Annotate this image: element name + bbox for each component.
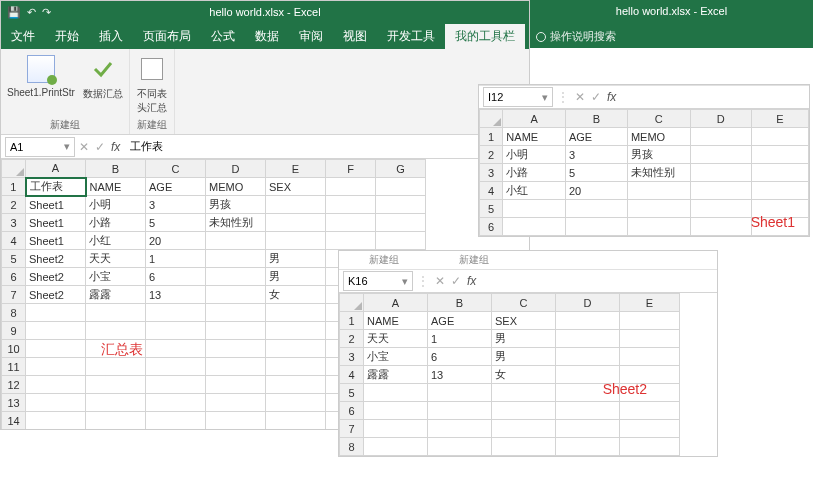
cell[interactable] bbox=[376, 196, 426, 214]
cell[interactable]: 小红 bbox=[503, 182, 566, 200]
cell[interactable] bbox=[26, 340, 86, 358]
cell[interactable] bbox=[556, 438, 620, 456]
cell[interactable]: AGE bbox=[428, 312, 492, 330]
cell[interactable] bbox=[556, 384, 620, 402]
cell[interactable]: Sheet2 bbox=[26, 286, 86, 304]
cell[interactable] bbox=[326, 232, 376, 250]
cell[interactable] bbox=[690, 218, 751, 236]
cell[interactable] bbox=[556, 366, 620, 384]
cell[interactable]: 露露 bbox=[364, 366, 428, 384]
cell[interactable] bbox=[690, 164, 751, 182]
name-box[interactable]: A1 ▾ bbox=[5, 137, 75, 157]
row-header[interactable]: 5 bbox=[340, 384, 364, 402]
cell[interactable] bbox=[364, 384, 428, 402]
cancel-icon[interactable]: ✕ bbox=[435, 274, 445, 288]
cell[interactable]: Sheet1 bbox=[26, 196, 86, 214]
cell[interactable]: 小宝 bbox=[86, 268, 146, 286]
cell[interactable] bbox=[620, 348, 680, 366]
cell[interactable] bbox=[751, 200, 808, 218]
row-header[interactable]: 3 bbox=[480, 164, 503, 182]
cell[interactable] bbox=[364, 420, 428, 438]
row-header[interactable]: 3 bbox=[2, 214, 26, 232]
cell[interactable] bbox=[620, 312, 680, 330]
cell[interactable] bbox=[690, 182, 751, 200]
cell[interactable] bbox=[266, 196, 326, 214]
row-header[interactable]: 6 bbox=[340, 402, 364, 420]
cell[interactable] bbox=[26, 358, 86, 376]
tab-文件[interactable]: 文件 bbox=[1, 24, 45, 49]
cell[interactable] bbox=[620, 420, 680, 438]
cell[interactable] bbox=[751, 164, 808, 182]
cell[interactable] bbox=[326, 196, 376, 214]
cell[interactable]: 5 bbox=[565, 164, 627, 182]
tab-视图[interactable]: 视图 bbox=[333, 24, 377, 49]
cell[interactable]: 13 bbox=[428, 366, 492, 384]
cell[interactable]: 女 bbox=[266, 286, 326, 304]
col-D[interactable]: D bbox=[556, 294, 620, 312]
chevron-down-icon[interactable]: ▾ bbox=[64, 140, 70, 153]
row-header[interactable]: 7 bbox=[340, 420, 364, 438]
cell[interactable] bbox=[620, 330, 680, 348]
row-header[interactable]: 12 bbox=[2, 376, 26, 394]
cell[interactable] bbox=[206, 286, 266, 304]
row-header[interactable]: 7 bbox=[2, 286, 26, 304]
cell[interactable] bbox=[206, 376, 266, 394]
cell[interactable] bbox=[428, 438, 492, 456]
col-G[interactable]: G bbox=[376, 160, 426, 178]
cell[interactable]: 6 bbox=[146, 268, 206, 286]
cell[interactable]: AGE bbox=[565, 128, 627, 146]
cell[interactable] bbox=[503, 200, 566, 218]
col-B[interactable]: B bbox=[428, 294, 492, 312]
cell[interactable]: 男孩 bbox=[627, 146, 690, 164]
cancel-icon[interactable]: ✕ bbox=[575, 90, 585, 104]
cell[interactable] bbox=[146, 376, 206, 394]
diff-header-button[interactable]: 不同表 头汇总 bbox=[136, 53, 168, 115]
cell[interactable] bbox=[146, 304, 206, 322]
tab-页面布局[interactable]: 页面布局 bbox=[133, 24, 201, 49]
col-B[interactable]: B bbox=[86, 160, 146, 178]
row-header[interactable]: 3 bbox=[340, 348, 364, 366]
row-header[interactable]: 5 bbox=[2, 250, 26, 268]
tell-me-search[interactable]: 操作说明搜索 bbox=[536, 29, 616, 48]
cell[interactable] bbox=[565, 200, 627, 218]
cell[interactable]: 小明 bbox=[503, 146, 566, 164]
cell[interactable]: 天天 bbox=[86, 250, 146, 268]
cell[interactable] bbox=[364, 402, 428, 420]
cell[interactable] bbox=[364, 438, 428, 456]
cell[interactable] bbox=[492, 438, 556, 456]
col-C[interactable]: C bbox=[146, 160, 206, 178]
summary-button[interactable]: 数据汇总 bbox=[83, 53, 123, 101]
cell[interactable] bbox=[627, 218, 690, 236]
cell[interactable] bbox=[206, 322, 266, 340]
cell[interactable]: 男 bbox=[266, 268, 326, 286]
row-header[interactable]: 5 bbox=[480, 200, 503, 218]
tab-数据[interactable]: 数据 bbox=[245, 24, 289, 49]
cell[interactable] bbox=[86, 322, 146, 340]
cell[interactable] bbox=[266, 358, 326, 376]
cell[interactable] bbox=[751, 128, 808, 146]
row-header[interactable]: 1 bbox=[480, 128, 503, 146]
col-C[interactable]: C bbox=[627, 110, 690, 128]
cell[interactable] bbox=[266, 232, 326, 250]
cell[interactable] bbox=[266, 304, 326, 322]
row-header[interactable]: 10 bbox=[2, 340, 26, 358]
cell[interactable] bbox=[376, 178, 426, 196]
row-header[interactable]: 4 bbox=[480, 182, 503, 200]
fx-icon[interactable]: fx bbox=[111, 140, 120, 154]
cell[interactable] bbox=[620, 402, 680, 420]
cell[interactable] bbox=[266, 322, 326, 340]
col-D[interactable]: D bbox=[206, 160, 266, 178]
cell[interactable]: 女 bbox=[492, 366, 556, 384]
tab-我的工具栏[interactable]: 我的工具栏 bbox=[445, 24, 525, 49]
cell[interactable]: 20 bbox=[146, 232, 206, 250]
cell[interactable] bbox=[206, 358, 266, 376]
enter-icon[interactable]: ✓ bbox=[95, 140, 105, 154]
cell[interactable]: 男 bbox=[492, 348, 556, 366]
col-E[interactable]: E bbox=[751, 110, 808, 128]
cell[interactable] bbox=[86, 394, 146, 412]
row-header[interactable]: 6 bbox=[2, 268, 26, 286]
cell[interactable]: 13 bbox=[146, 286, 206, 304]
cell[interactable]: 小宝 bbox=[364, 348, 428, 366]
cell[interactable] bbox=[266, 376, 326, 394]
sheet1-grid[interactable]: A B C D E 1NAMEAGEMEMO2小明3男孩3小路5未知性别4小红2… bbox=[479, 109, 809, 236]
